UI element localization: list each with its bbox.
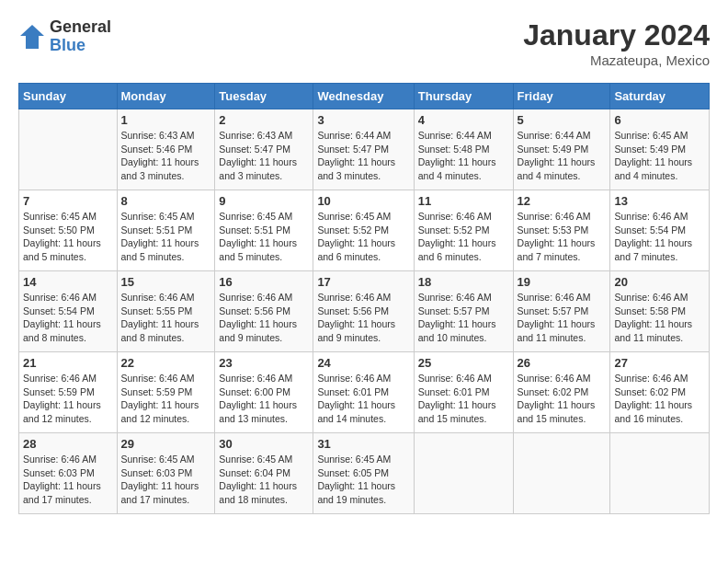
col-saturday: Saturday bbox=[610, 84, 710, 109]
day-info: Sunrise: 6:46 AMSunset: 5:57 PMDaylight:… bbox=[418, 291, 509, 345]
day-number: 8 bbox=[121, 194, 211, 208]
calendar-cell: 27Sunrise: 6:46 AMSunset: 6:02 PMDayligh… bbox=[610, 352, 710, 433]
day-number: 7 bbox=[23, 194, 113, 208]
day-info: Sunrise: 6:43 AMSunset: 5:47 PMDaylight:… bbox=[219, 129, 309, 183]
calendar-cell: 31Sunrise: 6:45 AMSunset: 6:05 PMDayligh… bbox=[313, 433, 414, 514]
day-info: Sunrise: 6:46 AMSunset: 5:56 PMDaylight:… bbox=[317, 291, 409, 345]
title-block: January 2024 Mazateupa, Mexico bbox=[523, 18, 710, 68]
day-number: 12 bbox=[518, 194, 607, 208]
calendar-cell: 15Sunrise: 6:46 AMSunset: 5:55 PMDayligh… bbox=[117, 271, 215, 352]
header-row: Sunday Monday Tuesday Wednesday Thursday… bbox=[19, 84, 710, 109]
calendar-cell: 10Sunrise: 6:45 AMSunset: 5:52 PMDayligh… bbox=[313, 190, 414, 271]
calendar-cell: 4Sunrise: 6:44 AMSunset: 5:48 PMDaylight… bbox=[414, 109, 513, 190]
day-number: 27 bbox=[614, 356, 705, 370]
calendar-cell: 20Sunrise: 6:46 AMSunset: 5:58 PMDayligh… bbox=[610, 271, 710, 352]
day-info: Sunrise: 6:46 AMSunset: 5:54 PMDaylight:… bbox=[23, 291, 113, 345]
calendar-week-4: 21Sunrise: 6:46 AMSunset: 5:59 PMDayligh… bbox=[19, 352, 710, 433]
day-info: Sunrise: 6:45 AMSunset: 6:04 PMDaylight:… bbox=[219, 453, 309, 507]
day-number: 22 bbox=[121, 356, 211, 370]
calendar-cell bbox=[19, 109, 118, 190]
day-info: Sunrise: 6:45 AMSunset: 5:49 PMDaylight:… bbox=[614, 129, 705, 183]
col-sunday: Sunday bbox=[19, 84, 118, 109]
day-info: Sunrise: 6:46 AMSunset: 6:02 PMDaylight:… bbox=[614, 372, 705, 426]
calendar-cell: 24Sunrise: 6:46 AMSunset: 6:01 PMDayligh… bbox=[313, 352, 414, 433]
day-number: 16 bbox=[219, 275, 309, 289]
logo-general-text: General bbox=[50, 18, 111, 37]
day-number: 26 bbox=[518, 356, 607, 370]
calendar-cell bbox=[610, 433, 710, 514]
calendar-table: Sunday Monday Tuesday Wednesday Thursday… bbox=[18, 83, 710, 514]
calendar-cell: 3Sunrise: 6:44 AMSunset: 5:47 PMDaylight… bbox=[313, 109, 414, 190]
col-tuesday: Tuesday bbox=[215, 84, 313, 109]
day-number: 17 bbox=[317, 275, 409, 289]
calendar-cell: 19Sunrise: 6:46 AMSunset: 5:57 PMDayligh… bbox=[513, 271, 610, 352]
location-title: Mazateupa, Mexico bbox=[523, 52, 710, 68]
day-info: Sunrise: 6:46 AMSunset: 5:54 PMDaylight:… bbox=[614, 210, 705, 264]
day-info: Sunrise: 6:46 AMSunset: 5:53 PMDaylight:… bbox=[518, 210, 607, 264]
calendar-cell: 25Sunrise: 6:46 AMSunset: 6:01 PMDayligh… bbox=[414, 352, 513, 433]
calendar-cell: 28Sunrise: 6:46 AMSunset: 6:03 PMDayligh… bbox=[19, 433, 118, 514]
svg-marker-0 bbox=[20, 25, 44, 49]
calendar-cell: 21Sunrise: 6:46 AMSunset: 5:59 PMDayligh… bbox=[19, 352, 118, 433]
day-number: 10 bbox=[317, 194, 409, 208]
day-info: Sunrise: 6:45 AMSunset: 5:51 PMDaylight:… bbox=[219, 210, 309, 264]
day-number: 28 bbox=[23, 437, 113, 451]
day-info: Sunrise: 6:46 AMSunset: 5:56 PMDaylight:… bbox=[219, 291, 309, 345]
day-info: Sunrise: 6:44 AMSunset: 5:48 PMDaylight:… bbox=[418, 129, 509, 183]
calendar-cell: 6Sunrise: 6:45 AMSunset: 5:49 PMDaylight… bbox=[610, 109, 710, 190]
day-number: 11 bbox=[418, 194, 509, 208]
day-number: 14 bbox=[23, 275, 113, 289]
calendar-cell: 5Sunrise: 6:44 AMSunset: 5:49 PMDaylight… bbox=[513, 109, 610, 190]
calendar-week-1: 1Sunrise: 6:43 AMSunset: 5:46 PMDaylight… bbox=[19, 109, 710, 190]
calendar-cell bbox=[414, 433, 513, 514]
calendar-week-3: 14Sunrise: 6:46 AMSunset: 5:54 PMDayligh… bbox=[19, 271, 710, 352]
col-friday: Friday bbox=[513, 84, 610, 109]
logo: General Blue bbox=[18, 18, 111, 55]
calendar-cell: 11Sunrise: 6:46 AMSunset: 5:52 PMDayligh… bbox=[414, 190, 513, 271]
day-info: Sunrise: 6:46 AMSunset: 6:03 PMDaylight:… bbox=[23, 453, 113, 507]
logo-blue-text: Blue bbox=[50, 37, 111, 55]
day-number: 13 bbox=[614, 194, 705, 208]
day-number: 24 bbox=[317, 356, 409, 370]
calendar-cell: 14Sunrise: 6:46 AMSunset: 5:54 PMDayligh… bbox=[19, 271, 118, 352]
day-info: Sunrise: 6:46 AMSunset: 5:55 PMDaylight:… bbox=[121, 291, 211, 345]
day-info: Sunrise: 6:44 AMSunset: 5:47 PMDaylight:… bbox=[317, 129, 409, 183]
day-number: 3 bbox=[317, 113, 409, 127]
calendar-week-5: 28Sunrise: 6:46 AMSunset: 6:03 PMDayligh… bbox=[19, 433, 710, 514]
calendar-cell bbox=[513, 433, 610, 514]
day-number: 29 bbox=[121, 437, 211, 451]
logo-icon bbox=[18, 23, 46, 51]
day-info: Sunrise: 6:45 AMSunset: 6:05 PMDaylight:… bbox=[317, 453, 409, 507]
calendar-cell: 17Sunrise: 6:46 AMSunset: 5:56 PMDayligh… bbox=[313, 271, 414, 352]
day-info: Sunrise: 6:43 AMSunset: 5:46 PMDaylight:… bbox=[121, 129, 211, 183]
day-number: 9 bbox=[219, 194, 309, 208]
calendar-cell: 18Sunrise: 6:46 AMSunset: 5:57 PMDayligh… bbox=[414, 271, 513, 352]
day-number: 20 bbox=[614, 275, 705, 289]
calendar-cell: 8Sunrise: 6:45 AMSunset: 5:51 PMDaylight… bbox=[117, 190, 215, 271]
day-number: 21 bbox=[23, 356, 113, 370]
day-number: 1 bbox=[121, 113, 211, 127]
calendar-week-2: 7Sunrise: 6:45 AMSunset: 5:50 PMDaylight… bbox=[19, 190, 710, 271]
day-info: Sunrise: 6:46 AMSunset: 5:59 PMDaylight:… bbox=[23, 372, 113, 426]
col-monday: Monday bbox=[117, 84, 215, 109]
page-header: General Blue January 2024 Mazateupa, Mex… bbox=[18, 18, 710, 68]
calendar-cell: 12Sunrise: 6:46 AMSunset: 5:53 PMDayligh… bbox=[513, 190, 610, 271]
day-number: 23 bbox=[219, 356, 309, 370]
day-number: 6 bbox=[614, 113, 705, 127]
day-info: Sunrise: 6:45 AMSunset: 5:50 PMDaylight:… bbox=[23, 210, 113, 264]
month-title: January 2024 bbox=[523, 18, 710, 52]
day-info: Sunrise: 6:45 AMSunset: 5:52 PMDaylight:… bbox=[317, 210, 409, 264]
day-number: 2 bbox=[219, 113, 309, 127]
day-info: Sunrise: 6:45 AMSunset: 5:51 PMDaylight:… bbox=[121, 210, 211, 264]
day-number: 30 bbox=[219, 437, 309, 451]
col-wednesday: Wednesday bbox=[313, 84, 414, 109]
day-info: Sunrise: 6:46 AMSunset: 5:57 PMDaylight:… bbox=[518, 291, 607, 345]
day-info: Sunrise: 6:46 AMSunset: 5:59 PMDaylight:… bbox=[121, 372, 211, 426]
day-info: Sunrise: 6:46 AMSunset: 6:00 PMDaylight:… bbox=[219, 372, 309, 426]
day-number: 25 bbox=[418, 356, 509, 370]
day-info: Sunrise: 6:46 AMSunset: 5:52 PMDaylight:… bbox=[418, 210, 509, 264]
calendar-cell: 1Sunrise: 6:43 AMSunset: 5:46 PMDaylight… bbox=[117, 109, 215, 190]
day-number: 19 bbox=[518, 275, 607, 289]
calendar-cell: 29Sunrise: 6:45 AMSunset: 6:03 PMDayligh… bbox=[117, 433, 215, 514]
day-number: 18 bbox=[418, 275, 509, 289]
